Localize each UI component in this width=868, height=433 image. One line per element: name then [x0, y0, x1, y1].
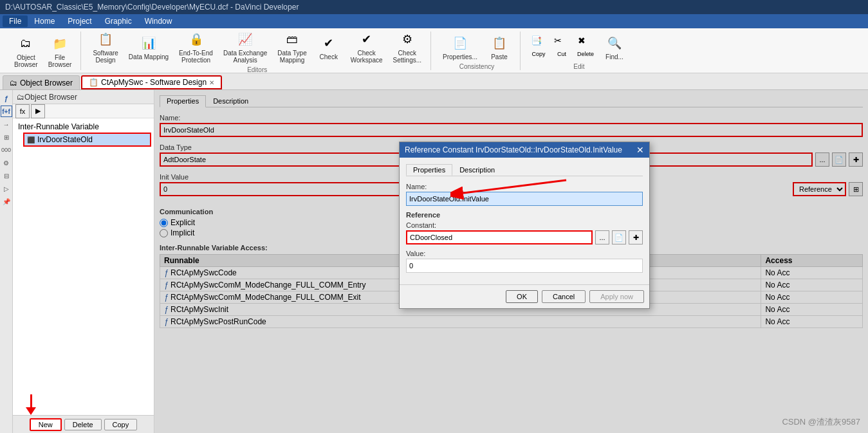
tab-software-design-label: CtApMySwc - Software Design	[101, 78, 207, 87]
modal-constant-row: ... 📄 ✚	[406, 230, 643, 244]
sidebar-icon-grid[interactable]: ⊟	[1, 170, 12, 181]
menu-bar: File Home Project Graphic Window	[0, 14, 868, 28]
cut-label: Cut	[557, 51, 566, 57]
toolbar-consistency-group: 📄 Properties... 📋 Paste Consistency	[434, 32, 521, 70]
data-type-icon: 🗃	[282, 29, 302, 50]
cut-btn[interactable]: ✂ Cut	[551, 35, 572, 58]
properties-btn[interactable]: 📄 Properties...	[439, 32, 481, 62]
modal-title: Reference Constant IrvDoorStateOld::IrvD…	[405, 145, 622, 154]
paste-icon: 📋	[489, 33, 510, 53]
check-workspace-label: CheckWorkspace	[351, 50, 383, 64]
delete-btn[interactable]: ✖ Delete	[575, 35, 596, 58]
menu-home[interactable]: Home	[28, 15, 61, 27]
modal-constant-label: Constant:	[406, 221, 643, 229]
modal-apply-button[interactable]: Apply now	[589, 290, 644, 303]
file-browser-label: FileBrowser	[48, 54, 72, 68]
modal-close-button[interactable]: ✕	[636, 145, 644, 155]
properties-icon: 📄	[450, 33, 470, 53]
copy-button[interactable]: Copy	[104, 419, 138, 430]
menu-project[interactable]: Project	[61, 15, 98, 27]
toolbar-edit-group: 📑 Copy ✂ Cut ✖ Delete 🔍 Find... Edit	[523, 32, 635, 70]
red-arrow-head	[26, 407, 36, 415]
copy-icon: 📑	[531, 35, 546, 51]
red-arrow-shaft	[30, 394, 32, 407]
menu-file[interactable]: File	[3, 15, 28, 27]
software-design-btn[interactable]: 📋 SoftwareDesign	[89, 28, 122, 65]
find-btn[interactable]: 🔍 Find...	[599, 32, 630, 62]
sidebar-icon-pin[interactable]: 📌	[1, 196, 12, 207]
modal-constant-input[interactable]	[406, 230, 593, 244]
end-to-end-btn[interactable]: 🔒 End-To-EndProtection	[175, 28, 217, 65]
check-btn[interactable]: ✔ Check	[313, 32, 344, 62]
irvdoorstateold-icon: ⬛	[27, 136, 35, 143]
menu-graphic[interactable]: Graphic	[98, 15, 138, 27]
sidebar-icon-function[interactable]: ƒ	[1, 93, 12, 104]
title-bar-text: D:\AUTOSAR_Classic\E5_Memory\Config\Deve…	[5, 3, 299, 12]
modal-footer: OK Cancel Apply now	[400, 284, 649, 308]
modal-tab-properties[interactable]: Properties	[406, 164, 452, 176]
tree-item-irv-section[interactable]: Inter-Runnable Variable	[15, 121, 151, 133]
modal-reference-label: Reference	[406, 211, 643, 219]
sidebar-icon-port[interactable]: ▷	[1, 183, 12, 194]
modal-constant-browse-btn[interactable]: ...	[595, 230, 609, 244]
check-icon: ✔	[319, 33, 339, 53]
menu-window[interactable]: Window	[138, 15, 179, 27]
delete-icon: ✖	[578, 35, 593, 51]
delete-label: Delete	[577, 51, 594, 57]
new-button[interactable]: New	[30, 418, 62, 431]
tab-object-browser[interactable]: 🗂 Object Browser	[3, 75, 80, 89]
paste-btn[interactable]: 📋 Paste	[484, 32, 515, 62]
sidebar-icon-arrow[interactable]: →	[1, 118, 12, 130]
copy-btn[interactable]: 📑 Copy	[528, 35, 549, 58]
red-arrow-svg	[450, 154, 579, 206]
modal-value-group: Value:	[406, 250, 643, 273]
sidebar-icon-formula[interactable]: f+f	[1, 106, 12, 117]
modal-constant-btn3[interactable]: ✚	[629, 230, 643, 244]
tab-bar: 🗂 Object Browser 📋 CtApMySwc - Software …	[0, 73, 868, 90]
toolbar-editors-group: 📋 SoftwareDesign 📊 Data Mapping 🔒 End-To…	[84, 32, 431, 70]
properties-panel: Properties Description Name: Data Type .…	[154, 90, 868, 433]
check-settings-btn[interactable]: ⚙ CheckSettings...	[389, 28, 425, 65]
find-icon: 🔍	[604, 33, 625, 53]
check-workspace-icon: ✔	[356, 29, 377, 50]
data-mapping-icon: 📊	[138, 33, 159, 53]
ob-toolbar-btn1[interactable]: fx	[15, 104, 30, 118]
modal-cancel-button[interactable]: Cancel	[542, 290, 586, 303]
copy-label: Copy	[531, 51, 545, 57]
object-browser-header: 🗂 Object Browser	[13, 90, 154, 104]
object-browser-header-label: Object Browser	[24, 93, 77, 102]
sidebar-icon-number[interactable]: 000	[1, 144, 12, 156]
data-exchange-icon: 📈	[235, 29, 255, 50]
modal-constant-btn2[interactable]: 📄	[612, 230, 626, 244]
delete-button[interactable]: Delete	[64, 419, 102, 430]
check-workspace-btn[interactable]: ✔ CheckWorkspace	[347, 28, 387, 65]
modal-ok-button[interactable]: OK	[506, 290, 538, 303]
tab-software-design[interactable]: 📋 CtApMySwc - Software Design ✕	[81, 75, 222, 89]
irvdoorstateold-label: IrvDoorStateOld	[37, 135, 93, 144]
cut-icon: ✂	[554, 35, 569, 51]
data-exchange-label: Data ExchangeAnalysis	[223, 50, 267, 64]
data-exchange-btn[interactable]: 📈 Data ExchangeAnalysis	[219, 28, 271, 65]
data-mapping-label: Data Mapping	[129, 53, 169, 60]
tree-item-irvdoorstateold[interactable]: ⬛ IrvDoorStateOld	[23, 133, 151, 147]
tab-software-design-close[interactable]: ✕	[209, 79, 214, 86]
tab-software-design-icon: 📋	[89, 78, 98, 87]
data-mapping-btn[interactable]: 📊 Data Mapping	[125, 32, 172, 62]
file-browser-btn[interactable]: 📁 FileBrowser	[44, 32, 76, 69]
data-type-btn[interactable]: 🗃 Data TypeMapping	[273, 28, 310, 65]
sidebar-icon-settings[interactable]: ⚙	[1, 157, 12, 169]
main-layout: ƒ f+f → ⊞ 000 ⚙ ⊟ ▷ 📌 🗂 Object Browser f…	[0, 90, 868, 433]
tab-object-browser-label: Object Browser	[20, 78, 73, 88]
sidebar-icon-component[interactable]: ⊞	[1, 131, 12, 143]
title-bar: D:\AUTOSAR_Classic\E5_Memory\Config\Deve…	[0, 0, 868, 14]
properties-label: Properties...	[443, 53, 477, 60]
software-design-label: SoftwareDesign	[93, 50, 118, 64]
data-type-label: Data TypeMapping	[277, 50, 306, 64]
object-browser-toolbar: fx ▶	[13, 104, 154, 118]
modal-value-input[interactable]	[406, 259, 643, 273]
toolbar-browser-group: 🗂 ObjectBrowser 📁 FileBrowser	[5, 32, 81, 70]
ob-toolbar-btn2[interactable]: ▶	[31, 104, 45, 118]
file-browser-icon: 📁	[50, 33, 70, 54]
end-to-end-icon: 🔒	[186, 29, 207, 50]
object-browser-btn[interactable]: 🗂 ObjectBrowser	[10, 32, 42, 69]
